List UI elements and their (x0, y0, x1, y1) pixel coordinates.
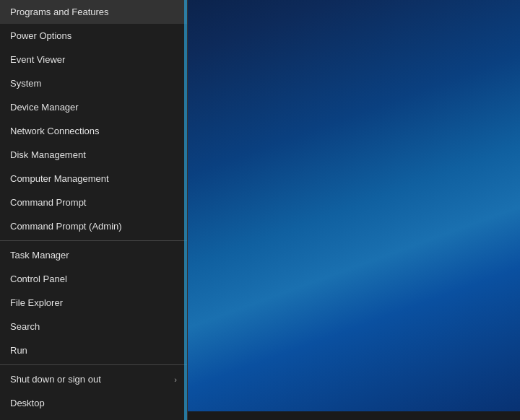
menu-item-label-run: Run (10, 345, 27, 356)
menu-item-computer-management[interactable]: Computer Management (0, 167, 187, 191)
menu-item-label-event-viewer: Event Viewer (10, 54, 65, 65)
menu-item-label-power-options: Power Options (10, 30, 72, 41)
menu-item-control-panel[interactable]: Control Panel (0, 267, 187, 291)
menu-item-label-disk-management: Disk Management (10, 149, 86, 160)
color-strip-accent (184, 0, 187, 420)
chevron-right-icon: › (174, 375, 177, 384)
menu-item-label-search: Search (10, 321, 40, 332)
menu-item-label-system: System (10, 78, 41, 89)
menu-item-label-control-panel: Control Panel (10, 274, 67, 284)
menu-item-programs-features[interactable]: Programs and Features (0, 0, 187, 24)
menu-item-file-explorer[interactable]: File Explorer (0, 291, 187, 315)
menu-item-label-desktop: Desktop (10, 398, 45, 408)
menu-item-desktop[interactable]: Desktop (0, 391, 187, 415)
menu-item-shut-down-sign-out[interactable]: Shut down or sign out› (0, 367, 187, 391)
menu-item-system[interactable]: System (0, 71, 187, 95)
menu-item-run[interactable]: Run (0, 338, 187, 362)
menu-item-command-prompt-admin[interactable]: Command Prompt (Admin) (0, 214, 187, 238)
menu-item-device-manager[interactable]: Device Manager (0, 95, 187, 119)
menu-divider (0, 240, 187, 241)
menu-divider (0, 364, 187, 365)
menu-item-label-command-prompt-admin: Command Prompt (Admin) (10, 221, 122, 232)
menu-item-label-computer-management: Computer Management (10, 173, 109, 184)
menu-item-label-network-connections: Network Connections (10, 126, 100, 136)
menu-item-label-command-prompt: Command Prompt (10, 197, 86, 208)
menu-item-command-prompt[interactable]: Command Prompt (0, 191, 187, 214)
menu-item-label-programs-features: Programs and Features (10, 6, 109, 17)
menu-item-power-options[interactable]: Power Options (0, 24, 187, 48)
menu-item-search[interactable]: Search (0, 315, 187, 338)
menu-item-network-connections[interactable]: Network Connections (0, 119, 187, 143)
menu-item-label-task-manager: Task Manager (10, 250, 69, 261)
context-menu: Programs and FeaturesPower OptionsEvent … (0, 0, 188, 420)
menu-item-label-shut-down-sign-out: Shut down or sign out (10, 374, 101, 385)
menu-item-task-manager[interactable]: Task Manager (0, 243, 187, 267)
menu-item-disk-management[interactable]: Disk Management (0, 143, 187, 167)
menu-item-label-device-manager: Device Manager (10, 102, 79, 113)
menu-item-label-file-explorer: File Explorer (10, 297, 63, 308)
menu-item-event-viewer[interactable]: Event Viewer (0, 48, 187, 71)
menu-items-container: Programs and FeaturesPower OptionsEvent … (0, 0, 187, 420)
